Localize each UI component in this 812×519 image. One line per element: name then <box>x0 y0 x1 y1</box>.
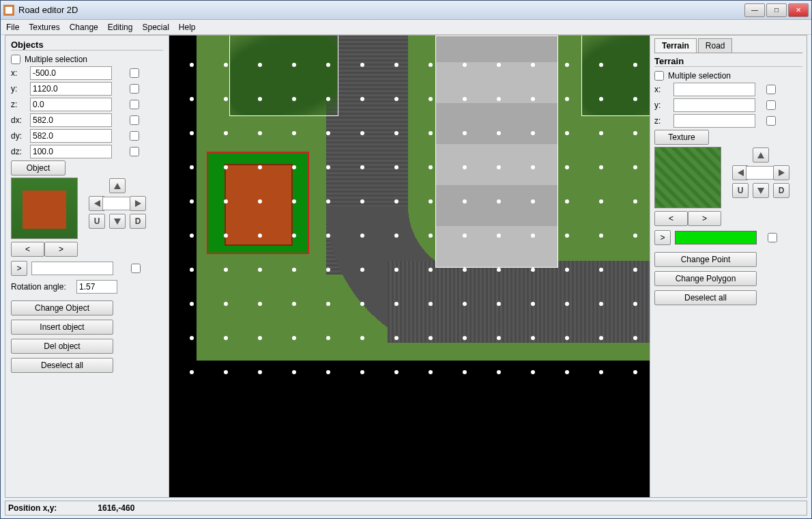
maximize-button[interactable]: □ <box>766 3 787 17</box>
next-object-button[interactable]: > <box>44 242 78 257</box>
menu-editing[interactable]: Editing <box>108 23 133 32</box>
terrain-x-lock[interactable] <box>766 85 776 94</box>
terrain-title: Terrain <box>654 56 802 67</box>
arrow-down-icon <box>114 219 121 225</box>
app-icon <box>3 5 14 16</box>
y-input[interactable] <box>30 82 112 96</box>
minimize-button[interactable]: — <box>744 3 765 17</box>
terrain-deselect-all-button[interactable]: Deselect all <box>654 290 757 305</box>
arrow-up-icon <box>114 183 121 189</box>
close-button[interactable]: ✕ <box>788 3 809 17</box>
terrain-nav-down[interactable] <box>753 183 769 198</box>
status-label: Position x,y: <box>8 503 57 513</box>
arrow-left-icon <box>94 200 100 207</box>
tab-road[interactable]: Road <box>698 38 733 53</box>
tab-terrain[interactable]: Terrain <box>654 38 697 53</box>
terrain-y-label: y: <box>654 100 669 110</box>
dy-input[interactable] <box>30 129 112 143</box>
svg-rect-1 <box>5 7 12 14</box>
titlebar: Road editor 2D — □ ✕ <box>1 1 811 20</box>
multiple-selection-checkbox[interactable] <box>11 55 20 64</box>
next-texture-button[interactable]: > <box>688 211 721 226</box>
y-lock[interactable] <box>130 84 139 94</box>
z-lock[interactable] <box>130 100 139 109</box>
terrain-z-lock[interactable] <box>766 116 776 126</box>
dz-lock[interactable] <box>130 147 139 156</box>
terrain-nav-d[interactable]: D <box>773 183 789 198</box>
arrow-right-icon <box>779 169 785 176</box>
editor-canvas[interactable] <box>169 36 650 497</box>
nav-cluster: U D <box>87 178 147 229</box>
dy-label: dy: <box>11 131 26 141</box>
prev-object-button[interactable]: < <box>11 242 44 257</box>
menu-textures[interactable]: Textures <box>29 23 59 32</box>
menu-help[interactable]: Help <box>179 23 196 32</box>
change-point-button[interactable]: Change Point <box>654 252 757 267</box>
status-bar: Position x,y: 1616,-460 <box>5 501 807 516</box>
terrain-nav-up[interactable] <box>753 148 769 163</box>
dx-lock[interactable] <box>130 115 139 125</box>
arrow-right-icon <box>135 200 141 207</box>
nav-down-button[interactable] <box>109 214 126 229</box>
terrain-nav-u[interactable]: U <box>732 183 749 198</box>
terrain-nav-right[interactable] <box>773 165 789 180</box>
nav-u-button[interactable]: U <box>89 214 105 229</box>
multiple-selection-label: Multiple selection <box>25 55 87 64</box>
color-swatch[interactable] <box>675 231 757 244</box>
y-label: y: <box>11 84 26 94</box>
nav-right-button[interactable] <box>130 196 146 211</box>
terrain-multiple-selection-checkbox[interactable] <box>654 71 664 81</box>
terrain-z-label: z: <box>654 116 669 126</box>
object-preview <box>11 178 78 239</box>
objects-title: Objects <box>11 40 163 51</box>
x-lock[interactable] <box>130 68 139 78</box>
menu-change[interactable]: Change <box>70 23 98 32</box>
nav-d-button[interactable]: D <box>130 214 146 229</box>
terrain-z-input[interactable] <box>673 114 755 128</box>
nav-up-button[interactable] <box>109 178 126 193</box>
status-value: 1616,-460 <box>98 503 134 513</box>
terrain-gt-button[interactable]: > <box>654 230 671 245</box>
terrain-multiple-selection-label: Multiple selection <box>668 71 731 81</box>
dy-lock[interactable] <box>130 131 139 141</box>
x-input[interactable] <box>30 66 112 80</box>
object-button[interactable]: Object <box>11 160 66 176</box>
terrain-x-input[interactable] <box>673 83 755 96</box>
prev-texture-button[interactable]: < <box>654 211 688 226</box>
terrain-x-label: x: <box>654 85 669 94</box>
objects-panel: Objects Multiple selection x: y: z: dx: … <box>5 36 169 497</box>
arrow-down-icon <box>757 188 764 194</box>
dz-label: dz: <box>11 147 26 156</box>
change-object-button[interactable]: Change Object <box>11 300 113 315</box>
arrow-up-icon <box>757 152 764 158</box>
arrow-left-icon <box>738 169 744 176</box>
change-polygon-button[interactable]: Change Polygon <box>654 271 757 286</box>
dx-input[interactable] <box>30 113 112 127</box>
menu-special[interactable]: Special <box>142 23 169 32</box>
insert-object-button[interactable]: Insert object <box>11 320 113 335</box>
texture-button[interactable]: Texture <box>654 130 709 145</box>
texture-preview <box>654 147 721 208</box>
gt-input[interactable] <box>31 262 113 275</box>
z-input[interactable] <box>30 98 112 111</box>
terrain-panel: Terrain Road Terrain Multiple selection … <box>650 36 807 497</box>
dz-input[interactable] <box>30 145 112 158</box>
dx-label: dx: <box>11 115 26 125</box>
rotation-input[interactable] <box>76 280 117 294</box>
deselect-all-button[interactable]: Deselect all <box>11 358 113 373</box>
color-check[interactable] <box>768 233 777 242</box>
menu-file[interactable]: File <box>6 23 19 32</box>
rotation-label: Rotation angle: <box>11 282 72 292</box>
menubar: File Textures Change Editing Special Hel… <box>1 20 811 35</box>
terrain-y-input[interactable] <box>673 98 755 112</box>
terrain-y-lock[interactable] <box>766 100 776 110</box>
window-title: Road editor 2D <box>18 5 744 15</box>
z-label: z: <box>11 100 26 109</box>
gt-check[interactable] <box>131 264 141 273</box>
gt-button[interactable]: > <box>11 261 27 276</box>
terrain-nav-cluster: U D <box>731 147 791 199</box>
x-label: x: <box>11 68 26 78</box>
del-object-button[interactable]: Del object <box>11 339 113 354</box>
